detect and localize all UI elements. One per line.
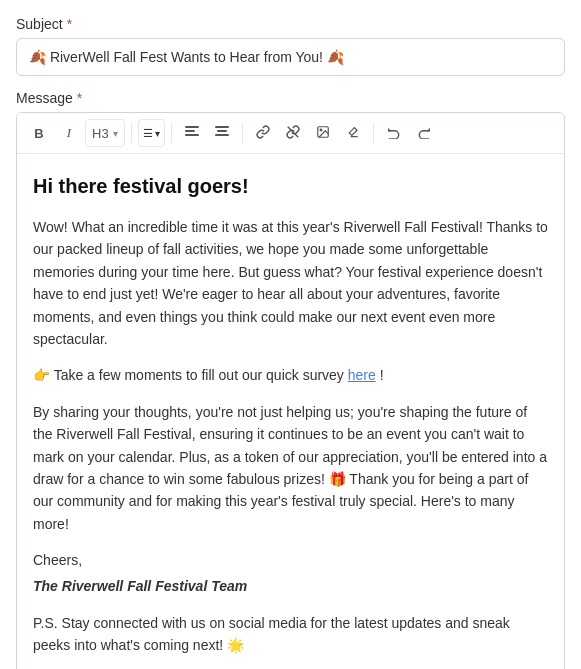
svg-point-8 — [320, 129, 322, 131]
undo-button[interactable] — [380, 119, 408, 147]
align-left-button[interactable] — [178, 119, 206, 147]
subject-field-container: Subject* — [16, 16, 565, 90]
message-field-container: Message* B I H3 ▾ ☰ ▾ — [16, 90, 565, 669]
toolbar-divider-4 — [373, 123, 374, 143]
bold-icon: B — [34, 126, 43, 141]
undo-icon — [387, 125, 401, 142]
chevron-down-icon: ▾ — [113, 128, 118, 139]
italic-button[interactable]: I — [55, 119, 83, 147]
editor-para-2-prefix: 👉 Take a few moments to fill out our qui… — [33, 367, 348, 383]
list-icon: ☰ — [143, 127, 153, 140]
align-left-icon — [185, 125, 199, 142]
unlink-icon — [286, 125, 300, 142]
editor-toolbar: B I H3 ▾ ☰ ▾ — [17, 113, 564, 154]
toolbar-divider-3 — [242, 123, 243, 143]
editor-signature: The Riverwell Fall Festival Team — [33, 575, 548, 597]
svg-rect-4 — [217, 130, 227, 132]
toolbar-divider-1 — [131, 123, 132, 143]
italic-icon: I — [67, 125, 71, 141]
align-center-icon — [215, 125, 229, 142]
editor-para-2-suffix: ! — [376, 367, 384, 383]
eraser-button[interactable] — [339, 119, 367, 147]
unlink-button[interactable] — [279, 119, 307, 147]
editor-para-1: Wow! What an incredible time it was at t… — [33, 216, 548, 350]
image-icon — [316, 125, 330, 142]
editor-para-3: By sharing your thoughts, you're not jus… — [33, 401, 548, 535]
redo-button[interactable] — [410, 119, 438, 147]
image-button[interactable] — [309, 119, 337, 147]
editor-heading: Hi there festival goers! — [33, 170, 548, 202]
link-icon — [256, 125, 270, 142]
bold-button[interactable]: B — [25, 119, 53, 147]
toolbar-divider-2 — [171, 123, 172, 143]
eraser-icon — [346, 125, 360, 142]
svg-rect-0 — [185, 126, 199, 128]
align-center-button[interactable] — [208, 119, 236, 147]
redo-icon — [417, 125, 431, 142]
svg-rect-1 — [185, 130, 195, 132]
message-editor: B I H3 ▾ ☰ ▾ — [16, 112, 565, 669]
editor-para-2: 👉 Take a few moments to fill out our qui… — [33, 364, 548, 386]
svg-rect-5 — [215, 134, 229, 136]
heading-select-label: H3 — [92, 126, 109, 141]
subject-label: Subject* — [16, 16, 565, 32]
message-label: Message* — [16, 90, 565, 106]
svg-rect-3 — [215, 126, 229, 128]
list-chevron-icon: ▾ — [155, 128, 160, 139]
link-button[interactable] — [249, 119, 277, 147]
editor-cheers: Cheers, — [33, 549, 548, 571]
svg-rect-2 — [185, 134, 199, 136]
subject-input[interactable] — [16, 38, 565, 76]
editor-body[interactable]: Hi there festival goers! Wow! What an in… — [17, 154, 564, 669]
list-dropdown[interactable]: ☰ ▾ — [138, 119, 165, 147]
editor-ps: P.S. Stay connected with us on social me… — [33, 612, 548, 657]
heading-select[interactable]: H3 ▾ — [85, 119, 125, 147]
survey-link[interactable]: here — [348, 367, 376, 383]
